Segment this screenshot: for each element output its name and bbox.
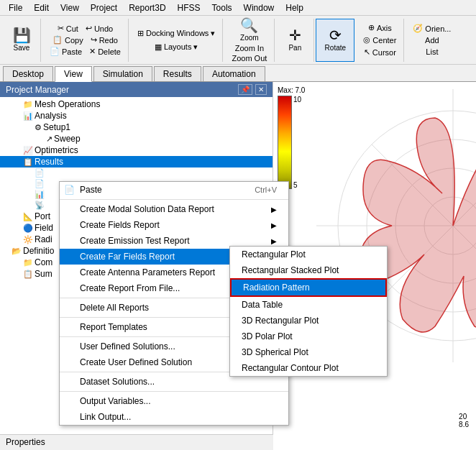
add-button[interactable]: Add xyxy=(422,35,442,45)
zoom-out-button[interactable]: Zoom Out xyxy=(229,53,270,63)
center-icon: ◎ xyxy=(363,35,370,45)
docking-icon: ⊞ xyxy=(137,29,144,38)
link-output-label: Link Output... xyxy=(80,412,131,422)
redo-label: Redo xyxy=(99,36,118,45)
ctx-create-fields[interactable]: Create Fields Report ▶ xyxy=(60,217,288,233)
create-from-file-label: Create Report From File... xyxy=(80,283,180,293)
paste-icon: 📄 xyxy=(50,47,60,56)
user-defined-label: User Defined Solutions... xyxy=(80,341,175,352)
save-button[interactable]: 💾 Save xyxy=(7,27,36,53)
r3-icon: 📊 xyxy=(35,190,45,199)
menu-window[interactable]: Window xyxy=(238,1,280,14)
ctx-paste[interactable]: 📄 Paste Ctrl+V xyxy=(60,182,288,198)
submenu-radiation-pattern[interactable]: Radiation Pattern xyxy=(230,278,387,297)
create-modal-label: Create Modal Solution Data Report xyxy=(80,204,214,214)
colormap-max: Max: 7.0 xyxy=(278,86,313,94)
radi-icon: 🔆 xyxy=(23,235,33,244)
rect-stacked-label: Rectangular Stacked Plot xyxy=(242,265,339,275)
menu-edit[interactable]: Edit xyxy=(28,1,55,14)
ctx-link-output[interactable]: Link Output... xyxy=(60,409,288,425)
3d-rect-label: 3D Rectangular Plot xyxy=(242,316,319,326)
rect-plot-label: Rectangular Plot xyxy=(242,249,306,260)
dataset-label: Dataset Solutions... xyxy=(80,377,155,387)
tree-item-sweep[interactable]: ↗ Sweep xyxy=(0,133,273,144)
submenu-data-table[interactable]: Data Table xyxy=(230,297,387,313)
definitions-icon: 📂 xyxy=(12,247,22,256)
paste-button[interactable]: 📄 Paste xyxy=(47,46,85,57)
copy-icon: 📋 xyxy=(52,35,63,45)
menu-report3d[interactable]: Report3D xyxy=(123,1,171,14)
redo-button[interactable]: ↪ Redo xyxy=(88,35,121,45)
undo-label: Undo xyxy=(94,24,113,33)
tree-item-setup[interactable]: ⚙ Setup1 xyxy=(0,121,273,133)
menu-hfss[interactable]: HFSS xyxy=(172,1,206,14)
mesh-icon: 📁 xyxy=(23,100,33,109)
tree-item-optimetrics[interactable]: 📈 Optimetrics xyxy=(0,144,273,156)
tree-item-mesh[interactable]: 📁 Mesh Operations xyxy=(0,98,273,110)
cut-button[interactable]: ✂ Cut xyxy=(55,23,81,34)
r1-icon: 📄 xyxy=(35,168,45,178)
rotate-button[interactable]: ⟳ Rotate xyxy=(321,27,349,53)
list-button[interactable]: List xyxy=(423,47,441,57)
layouts-button[interactable]: ▦ Layouts ▾ xyxy=(152,42,201,52)
pan-button[interactable]: ✛ Pan xyxy=(280,27,309,53)
submenu-3d-spherical[interactable]: 3D Spherical Plot xyxy=(230,344,387,360)
tree-item-r1[interactable]: 📄 xyxy=(0,167,273,178)
tab-simulation[interactable]: Simulation xyxy=(93,66,152,81)
docking-button[interactable]: ⊞ Docking Windows ▾ xyxy=(134,28,218,39)
submenu-3d-rect[interactable]: 3D Rectangular Plot xyxy=(230,313,387,329)
definitions-label: Definitio xyxy=(23,246,54,256)
toolbar-row-2: 📋 Copy ↪ Redo xyxy=(50,35,121,45)
submenu-rect-contour[interactable]: Rectangular Contour Plot xyxy=(230,360,387,376)
cut-icon: ✂ xyxy=(58,24,64,33)
3d-polar-label: 3D Polar Plot xyxy=(242,331,293,341)
close-panel-button[interactable]: ✕ xyxy=(255,84,267,95)
submenu-rect-plot[interactable]: Rectangular Plot xyxy=(230,247,387,262)
create-antenna-label: Create Antenna Parameters Report xyxy=(80,267,215,277)
submenu-rect-stacked[interactable]: Rectangular Stacked Plot xyxy=(230,262,387,278)
menu-file[interactable]: File xyxy=(3,1,28,14)
colormap-scale: 10 5 xyxy=(293,96,301,189)
menu-help[interactable]: Help xyxy=(280,1,309,14)
tree-item-analysis[interactable]: 📊 Analysis xyxy=(0,110,273,121)
center-button[interactable]: ◎ Center xyxy=(360,35,399,45)
submenu-3d-polar[interactable]: 3D Polar Plot xyxy=(230,329,387,344)
toolbar-row-1: ✂ Cut ↩ Undo xyxy=(55,23,116,34)
docking-label: Docking Windows ▾ xyxy=(146,29,215,38)
pin-button[interactable]: 📌 xyxy=(238,84,252,95)
analysis-icon: 📊 xyxy=(23,111,33,121)
ctx-output-vars[interactable]: Output Variables... xyxy=(60,393,288,409)
tab-view[interactable]: View xyxy=(55,66,92,82)
scale-5: 5 xyxy=(293,181,301,189)
tab-automation[interactable]: Automation xyxy=(203,66,265,81)
axis-button[interactable]: ⊕ Axis xyxy=(365,22,395,33)
toolbar-zoom-group: 🔍 Zoom Zoom In Zoom Out xyxy=(224,19,275,62)
project-panel: Project Manager 📌 ✕ 📁 Mesh Operations 📊 … xyxy=(0,82,273,450)
ctx-create-modal[interactable]: Create Modal Solution Data Report ▶ xyxy=(60,201,288,217)
zoom-in-button[interactable]: Zoom In xyxy=(232,43,267,53)
orient-button[interactable]: 🧭 Orien... xyxy=(410,23,454,34)
tab-desktop[interactable]: Desktop xyxy=(3,66,53,81)
tab-results[interactable]: Results xyxy=(154,66,201,81)
field-icon: 🔵 xyxy=(23,224,33,233)
axis-label: Axis xyxy=(377,24,392,32)
menu-tools[interactable]: Tools xyxy=(206,1,238,14)
setup-label: Setup1 xyxy=(43,122,70,132)
delete-button[interactable]: ✕ Delete xyxy=(86,46,124,57)
undo-button[interactable]: ↩ Undo xyxy=(83,23,116,34)
undo-icon: ↩ xyxy=(86,24,92,33)
paste-label: Paste xyxy=(62,47,82,56)
zoom-button[interactable]: 🔍 Zoom xyxy=(235,17,264,43)
port-icon: 📐 xyxy=(23,212,33,221)
copy-button[interactable]: 📋 Copy xyxy=(50,35,86,45)
properties-label: Properties xyxy=(6,437,45,447)
com-label: Com xyxy=(35,257,52,267)
delete-icon: ✕ xyxy=(89,47,96,56)
rotate-label: Rotate xyxy=(325,44,346,52)
cursor-button[interactable]: ↖ Cursor xyxy=(361,47,399,58)
menu-project[interactable]: Project xyxy=(85,1,123,14)
list-label: List xyxy=(426,47,438,56)
tree-item-results[interactable]: 📋 Results xyxy=(0,156,273,167)
menu-view[interactable]: View xyxy=(55,1,85,14)
toolbar-row-3: 📄 Paste ✕ Delete xyxy=(47,46,124,57)
